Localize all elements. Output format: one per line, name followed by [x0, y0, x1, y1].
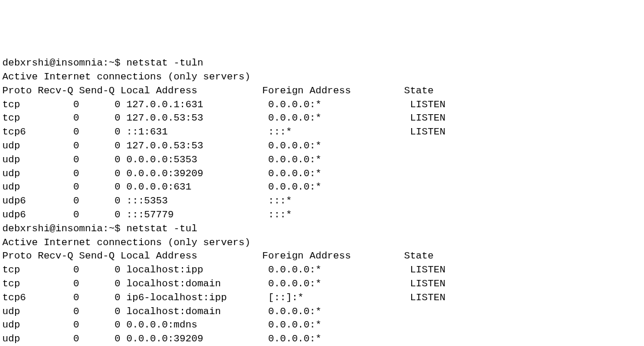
column-headers: Proto Recv-Q Send-Q Local Address Foreig… [2, 249, 642, 263]
table-row: udp 0 0 0.0.0.0:mdns 0.0.0.0:* [2, 318, 642, 332]
table-row: udp 0 0 0.0.0.0:39209 0.0.0.0:* [2, 332, 642, 346]
table-row: udp 0 0 0.0.0.0:631 0.0.0.0:* [2, 180, 642, 194]
table-row: tcp6 0 0 ip6-localhost:ipp [::]:* LISTEN [2, 291, 642, 305]
table-row: udp 0 0 127.0.0.53:53 0.0.0.0:* [2, 139, 642, 153]
table-row: tcp 0 0 localhost:domain 0.0.0.0:* LISTE… [2, 277, 642, 291]
column-headers: Proto Recv-Q Send-Q Local Address Foreig… [2, 84, 642, 98]
table-row: udp 0 0 0.0.0.0:39209 0.0.0.0:* [2, 167, 642, 181]
shell-prompt: debxrshi@insomnia:~$ [2, 223, 126, 234]
output-header: Active Internet connections (only server… [2, 70, 642, 84]
command-line[interactable]: debxrshi@insomnia:~$ netstat -tul [2, 222, 642, 236]
table-row: tcp 0 0 localhost:ipp 0.0.0.0:* LISTEN [2, 263, 642, 277]
command-text: netstat -tul [126, 223, 197, 234]
terminal-output[interactable]: debxrshi@insomnia:~$ netstat -tulnActive… [2, 56, 642, 346]
shell-prompt: debxrshi@insomnia:~$ [2, 57, 126, 68]
output-header: Active Internet connections (only server… [2, 236, 642, 250]
command-text: netstat -tuln [126, 57, 203, 68]
command-line[interactable]: debxrshi@insomnia:~$ netstat -tuln [2, 56, 642, 70]
table-row: udp 0 0 localhost:domain 0.0.0.0:* [2, 305, 642, 319]
table-row: udp 0 0 0.0.0.0:5353 0.0.0.0:* [2, 153, 642, 167]
table-row: tcp 0 0 127.0.0.53:53 0.0.0.0:* LISTEN [2, 111, 642, 125]
table-row: udp6 0 0 :::57779 :::* [2, 208, 642, 222]
table-row: tcp 0 0 127.0.0.1:631 0.0.0.0:* LISTEN [2, 98, 642, 112]
table-row: udp6 0 0 :::5353 :::* [2, 194, 642, 208]
table-row: tcp6 0 0 ::1:631 :::* LISTEN [2, 125, 642, 139]
